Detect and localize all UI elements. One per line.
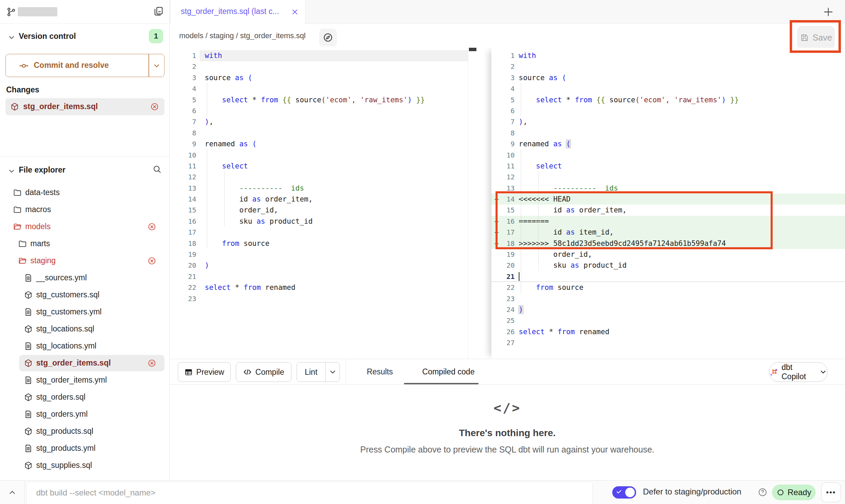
folder-open-icon: [18, 256, 27, 265]
code-text: id as item_id,: [515, 227, 845, 238]
command-input[interactable]: dbt build --select <model_name>: [26, 482, 593, 504]
tab-stg-order-items[interactable]: stg_order_items.sql (last c...: [170, 0, 305, 24]
code-line-24: 24): [491, 304, 845, 315]
code-line-9: 9renamed as (: [170, 138, 468, 149]
line-number: 11: [502, 161, 515, 172]
lineage-compass-icon[interactable]: [319, 29, 337, 46]
code-text: order_id,: [200, 205, 468, 216]
line-number: 24: [502, 304, 515, 315]
close-icon[interactable]: [291, 8, 299, 16]
line-number: 10: [502, 150, 515, 161]
discard-change-icon[interactable]: [147, 222, 156, 231]
gutter: [491, 326, 502, 337]
code-text: select * from {{ source('ecom', 'raw_ite…: [515, 94, 845, 105]
file-item-stg-products-sql[interactable]: stg_products.sql: [0, 423, 169, 440]
code-line-12: 12: [491, 172, 845, 182]
code-text: [515, 337, 845, 348]
file-item-stg-order-items-yml[interactable]: stg_order_items.yml: [0, 372, 169, 389]
new-tab-icon[interactable]: [822, 6, 834, 18]
tab-compiled-code[interactable]: Compiled code: [411, 359, 486, 384]
defer-toggle[interactable]: [612, 486, 636, 499]
code-text: [200, 172, 468, 182]
line-number: 12: [170, 172, 200, 182]
code-text: id as order_item,: [515, 205, 845, 216]
line-number: 18: [502, 238, 515, 249]
preview-button[interactable]: Preview: [178, 362, 231, 382]
folder-open-icon: [13, 222, 22, 231]
file-item-stg-locations-yml[interactable]: stg_locations.yml: [0, 338, 169, 355]
search-icon[interactable]: [152, 164, 162, 174]
file-item-data-tests[interactable]: data-tests: [0, 184, 169, 201]
code-text: with: [200, 50, 468, 61]
line-number: 22: [170, 282, 200, 293]
chevron-down-icon: [819, 368, 827, 376]
code-line-20: 20 sku as product_id: [491, 260, 845, 271]
code-line-14: +14<<<<<<< HEAD: [491, 194, 845, 205]
discard-change-icon[interactable]: [147, 256, 156, 265]
save-button[interactable]: Save: [798, 26, 834, 49]
file-item-stg-order-items-sql[interactable]: stg_order_items.sql: [0, 355, 169, 372]
file-item--sources-yml[interactable]: __sources.yml: [0, 269, 169, 286]
chevron-down-icon[interactable]: [153, 62, 161, 70]
more-menu-button[interactable]: •••: [821, 483, 841, 502]
discard-change-icon[interactable]: [150, 102, 159, 111]
gutter: [491, 260, 502, 271]
dbt-copilot-button[interactable]: dbt Copilot: [769, 362, 828, 382]
line-number: 16: [502, 216, 515, 227]
indent-guide: [207, 83, 207, 116]
code-pane-current[interactable]: 1with23source as (45 select * from {{ so…: [491, 48, 845, 359]
code-pane-original[interactable]: 1with23source as (45 select * from {{ so…: [170, 48, 468, 359]
version-control-header[interactable]: Version control 1: [0, 29, 169, 44]
expand-command-bar-button[interactable]: [0, 480, 25, 504]
file-item-stg-orders-yml[interactable]: stg_orders.yml: [0, 406, 169, 423]
changed-file-stg-order-items[interactable]: stg_order_items.sql: [5, 98, 164, 115]
lint-button[interactable]: Lint: [297, 368, 325, 377]
file-name: staging: [30, 256, 56, 265]
code-line-7: 7),: [170, 116, 468, 127]
code-line-16: 16 sku as product_id: [170, 216, 468, 227]
code-text: [515, 315, 845, 326]
breadcrumb: models / staging / stg_order_items.sql: [179, 31, 306, 40]
code-text: ),: [200, 116, 468, 127]
file-item-marts[interactable]: marts: [0, 235, 169, 252]
code-text: from source: [515, 282, 845, 293]
help-question-icon[interactable]: [758, 487, 768, 497]
file-item-stg-products-yml[interactable]: stg_products.yml: [0, 440, 169, 457]
file-name: stg_locations.yml: [36, 341, 96, 351]
file-explorer-header[interactable]: File explorer: [0, 162, 169, 178]
doc-icon: [24, 376, 33, 385]
file-name: stg_supplies.sql: [36, 461, 92, 470]
file-item-stg-customers-yml[interactable]: stg_customers.yml: [0, 303, 169, 321]
code-line-2: 2: [491, 61, 845, 72]
line-number: 4: [502, 83, 515, 94]
code-text: [200, 249, 468, 260]
lint-menu-chevron-icon[interactable]: [326, 368, 340, 376]
copy-icon[interactable]: [153, 6, 164, 17]
file-item-stg-customers-sql[interactable]: stg_customers.sql: [0, 286, 169, 303]
code-text: [200, 83, 468, 94]
code-line-10: 10: [170, 150, 468, 161]
file-name: stg_customers.yml: [36, 307, 102, 316]
line-number: 20: [502, 260, 515, 271]
file-item-staging[interactable]: staging: [0, 252, 169, 269]
line-number: 25: [502, 315, 515, 326]
compile-button[interactable]: Compile: [236, 362, 291, 382]
code-line-21: 21: [491, 271, 845, 282]
file-item-stg-orders-sql[interactable]: stg_orders.sql: [0, 389, 169, 406]
code-text: [200, 271, 468, 282]
file-item-models[interactable]: models: [0, 218, 169, 235]
file-name: data-tests: [25, 188, 60, 197]
file-item-stg-locations-sql[interactable]: stg_locations.sql: [0, 321, 169, 338]
code-text: <<<<<<< HEAD: [515, 194, 845, 205]
file-item-macros[interactable]: macros: [0, 201, 169, 218]
discard-change-icon[interactable]: [147, 359, 156, 368]
commit-and-resolve-button[interactable]: Commit and resolve: [5, 54, 164, 77]
left-pane-scrollbar-handle[interactable]: [469, 48, 476, 51]
folder-icon: [18, 239, 27, 248]
file-item-stg-supplies-sql[interactable]: stg_supplies.sql: [0, 457, 169, 474]
tab-results[interactable]: Results: [362, 359, 398, 384]
gutter: [491, 138, 502, 149]
code-text: [200, 61, 468, 72]
gutter: [491, 72, 502, 83]
code-text: [200, 227, 468, 238]
